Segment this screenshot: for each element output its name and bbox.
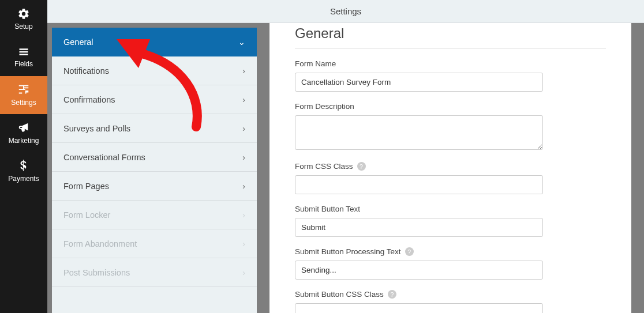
submenu-item-general[interactable]: General ⌄ bbox=[52, 28, 257, 56]
chevron-down-icon: ⌄ bbox=[238, 37, 245, 47]
field-submit-css-class: Submit Button CSS Class ? bbox=[295, 290, 606, 313]
chevron-right-icon: › bbox=[242, 66, 245, 76]
input-submit-css-class[interactable] bbox=[295, 303, 543, 313]
list-icon bbox=[18, 46, 29, 58]
settings-submenu: General ⌄ Notifications › Confirmations … bbox=[52, 28, 257, 313]
input-submit-text[interactable] bbox=[295, 218, 543, 237]
submenu-label: Notifications bbox=[63, 66, 109, 76]
submenu-label: General bbox=[63, 37, 93, 47]
field-form-name: Form Name bbox=[295, 59, 606, 92]
bullhorn-icon bbox=[17, 122, 30, 134]
section-heading: General bbox=[295, 25, 606, 42]
rail-label: Settings bbox=[11, 99, 36, 107]
submenu-label: Conversational Forms bbox=[63, 153, 145, 162]
rail-label: Setup bbox=[14, 22, 32, 31]
submenu-label: Surveys and Polls bbox=[63, 124, 130, 133]
chevron-right-icon: › bbox=[242, 182, 245, 191]
submenu-item-post-submissions[interactable]: Post Submissions › bbox=[52, 258, 257, 287]
page-title: Settings bbox=[330, 6, 361, 16]
help-icon[interactable]: ? bbox=[388, 290, 396, 299]
settings-card: General Form Name Form Description Form … bbox=[269, 23, 631, 313]
primary-rail: Setup Fields Settings Marketing Payments bbox=[0, 0, 47, 313]
submenu-item-conversational[interactable]: Conversational Forms › bbox=[52, 143, 257, 172]
label-form-css-class: Form CSS Class ? bbox=[295, 162, 606, 171]
rail-item-payments[interactable]: Payments bbox=[0, 152, 47, 190]
label-text: Submit Button CSS Class bbox=[295, 290, 384, 299]
chevron-right-icon: › bbox=[242, 268, 245, 277]
submenu-item-form-pages[interactable]: Form Pages › bbox=[52, 172, 257, 201]
label-text: Submit Button Processing Text bbox=[295, 247, 401, 256]
submenu-label: Form Pages bbox=[63, 182, 109, 191]
chevron-right-icon: › bbox=[242, 239, 245, 248]
outer-region: Settings General ⌄ Notifications › Confi… bbox=[47, 0, 644, 313]
chevron-right-icon: › bbox=[242, 210, 245, 220]
field-submit-processing: Submit Button Processing Text ? bbox=[295, 247, 606, 280]
field-form-css-class: Form CSS Class ? bbox=[295, 162, 606, 194]
input-form-name[interactable] bbox=[295, 73, 543, 92]
label-submit-text: Submit Button Text bbox=[295, 205, 606, 213]
rail-label: Payments bbox=[8, 175, 39, 183]
rail-label: Marketing bbox=[9, 137, 39, 145]
chevron-right-icon: › bbox=[242, 95, 245, 104]
field-submit-text: Submit Button Text bbox=[295, 205, 606, 237]
field-form-description: Form Description bbox=[295, 102, 606, 152]
submenu-label: Form Abandonment bbox=[63, 239, 137, 248]
chevron-right-icon: › bbox=[242, 124, 245, 133]
label-form-description: Form Description bbox=[295, 102, 606, 111]
label-submit-css-class: Submit Button CSS Class ? bbox=[295, 290, 606, 299]
rail-item-marketing[interactable]: Marketing bbox=[0, 114, 47, 152]
input-submit-processing[interactable] bbox=[295, 261, 543, 280]
textarea-form-description[interactable] bbox=[295, 115, 543, 150]
rail-label: Fields bbox=[14, 60, 33, 68]
label-submit-processing: Submit Button Processing Text ? bbox=[295, 247, 606, 256]
chevron-right-icon: › bbox=[242, 153, 245, 162]
gear-icon bbox=[17, 7, 30, 20]
submenu-item-notifications[interactable]: Notifications › bbox=[52, 56, 257, 85]
submenu-label: Form Locker bbox=[63, 210, 110, 220]
content-wrap: General Form Name Form Description Form … bbox=[257, 23, 644, 313]
rail-item-settings[interactable]: Settings bbox=[0, 76, 47, 114]
submenu-label: Confirmations bbox=[63, 95, 115, 104]
submenu-item-surveys[interactable]: Surveys and Polls › bbox=[52, 114, 257, 143]
submenu-item-form-locker[interactable]: Form Locker › bbox=[52, 201, 257, 229]
sliders-icon bbox=[17, 84, 30, 96]
help-icon[interactable]: ? bbox=[405, 247, 414, 256]
topbar: Settings bbox=[47, 0, 644, 23]
submenu-label: Post Submissions bbox=[63, 268, 130, 277]
rail-item-fields[interactable]: Fields bbox=[0, 38, 47, 76]
divider bbox=[295, 48, 606, 49]
submenu-item-confirmations[interactable]: Confirmations › bbox=[52, 85, 257, 114]
rail-item-setup[interactable]: Setup bbox=[0, 0, 47, 38]
label-text: Form CSS Class bbox=[295, 162, 353, 171]
help-icon[interactable]: ? bbox=[357, 162, 366, 171]
dollar-icon bbox=[19, 160, 28, 172]
input-form-css-class[interactable] bbox=[295, 175, 543, 194]
label-form-name: Form Name bbox=[295, 59, 606, 68]
submenu-item-form-abandonment[interactable]: Form Abandonment › bbox=[52, 229, 257, 258]
